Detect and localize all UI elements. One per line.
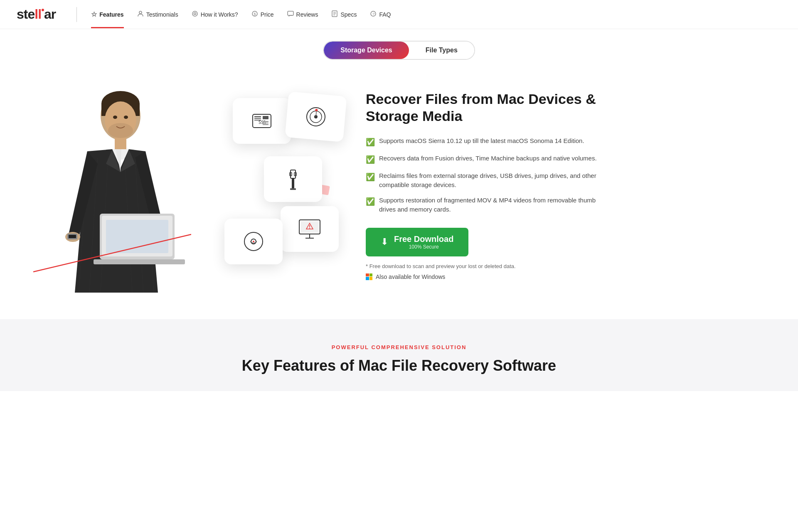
svg-rect-41 xyxy=(263,121,268,123)
tab-storage-devices[interactable]: Storage Devices xyxy=(324,42,409,59)
nav-specs[interactable]: Specs xyxy=(325,7,362,22)
hero-content: Recover Files from Mac Devices & Storage… xyxy=(366,91,598,280)
svg-rect-31 xyxy=(106,220,168,253)
card-ssd: SSD xyxy=(233,98,291,144)
main-nav: ☆ Features Testimonials How it Works? $ … xyxy=(85,7,781,22)
svg-rect-52 xyxy=(290,188,296,190)
svg-rect-49 xyxy=(292,178,294,188)
svg-rect-42 xyxy=(263,123,268,125)
svg-rect-5 xyxy=(288,11,293,15)
features-icon: ☆ xyxy=(91,10,97,18)
bottom-section: POWERFUL COMPREHENSIVE SOLUTION Key Feat… xyxy=(0,319,798,391)
logo[interactable]: stellar xyxy=(17,7,56,22)
check-icon-1: ✅ xyxy=(366,137,375,148)
nav-price[interactable]: $ Price xyxy=(246,7,280,22)
header-divider xyxy=(76,7,77,22)
svg-point-18 xyxy=(124,116,128,119)
powerful-label: POWERFUL COMPREHENSIVE SOLUTION xyxy=(17,344,781,350)
reviews-icon xyxy=(287,10,294,19)
tab-file-types[interactable]: File Types xyxy=(409,42,474,59)
svg-rect-19 xyxy=(115,138,126,150)
check-icon-4: ✅ xyxy=(366,196,375,207)
nav-faq[interactable]: ? FAQ xyxy=(364,7,397,22)
faq-icon: ? xyxy=(370,10,377,19)
site-header: stellar ☆ Features Testimonials How it W… xyxy=(0,0,798,29)
hero-title: Recover Files from Mac Devices & Storage… xyxy=(366,91,598,125)
price-icon: $ xyxy=(251,10,258,19)
card-usb xyxy=(264,156,322,202)
svg-point-62 xyxy=(253,241,254,242)
svg-rect-33 xyxy=(69,235,76,238)
hero-section: SSD xyxy=(0,60,798,319)
feature-item-2: ✅ Recovers data from Fusion drives, Time… xyxy=(366,154,598,165)
svg-point-17 xyxy=(113,116,117,119)
svg-point-2 xyxy=(194,12,196,15)
svg-point-0 xyxy=(139,11,142,14)
check-icon-3: ✅ xyxy=(366,172,375,183)
key-features-title: Key Features of Mac File Recovery Softwa… xyxy=(17,357,781,374)
download-icon: ⬇ xyxy=(381,236,388,247)
specs-icon xyxy=(331,10,338,19)
svg-point-59 xyxy=(309,228,310,229)
windows-icon xyxy=(366,273,372,280)
check-icon-2: ✅ xyxy=(366,154,375,165)
feature-item-4: ✅ Supports restoration of fragmented MOV… xyxy=(366,196,598,214)
svg-text:$: $ xyxy=(254,12,256,16)
svg-rect-48 xyxy=(291,170,296,178)
svg-text:?: ? xyxy=(373,12,375,16)
svg-point-1 xyxy=(192,11,197,16)
hero-person-image xyxy=(33,76,191,294)
tabs-section: Storage Devices File Types xyxy=(0,29,798,60)
free-note: * Free download to scan and preview your… xyxy=(366,263,598,269)
nav-how-it-works[interactable]: How it Works? xyxy=(186,7,244,22)
how-it-works-icon xyxy=(192,10,198,19)
tabs-container: Storage Devices File Types xyxy=(323,41,475,60)
feature-list: ✅ Supports macOS Sierra 10.12 up till th… xyxy=(366,136,598,214)
download-btn-text: Free Download 100% Secure xyxy=(394,234,453,250)
feature-item-1: ✅ Supports macOS Sierra 10.12 up till th… xyxy=(366,136,598,148)
card-monitor xyxy=(281,206,339,252)
svg-rect-40 xyxy=(263,116,268,119)
nav-features[interactable]: ☆ Features xyxy=(85,7,129,22)
svg-point-16 xyxy=(108,123,133,138)
nav-reviews[interactable]: Reviews xyxy=(281,7,324,22)
floating-cards-area: SSD xyxy=(200,77,341,293)
free-download-button[interactable]: ⬇ Free Download 100% Secure xyxy=(366,228,468,256)
testimonials-icon xyxy=(137,10,144,19)
windows-note: Also available for Windows xyxy=(366,273,598,280)
card-cd xyxy=(224,219,283,264)
svg-rect-30 xyxy=(94,259,185,264)
feature-item-3: ✅ Reclaims files from external storage d… xyxy=(366,171,598,190)
nav-testimonials[interactable]: Testimonials xyxy=(131,7,184,22)
card-hdd xyxy=(285,91,347,142)
